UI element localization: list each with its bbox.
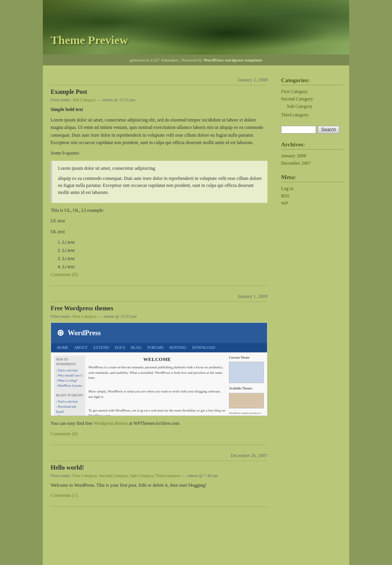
- post-author-2: admin @ 12:33 pm: [104, 314, 137, 319]
- sidebar-item-rss: RSS: [281, 193, 343, 199]
- list-item: Li text: [62, 263, 267, 271]
- wordpress-link[interactable]: WordPress: [204, 58, 224, 62]
- archive-link-dec[interactable]: December 2007: [281, 160, 311, 166]
- list-item: Li text: [62, 255, 267, 262]
- ul-ol-label: This is UL, OL, LI example:: [51, 207, 267, 214]
- footer-bar: generiert in 0.327 Sekunden. | Powered b…: [43, 55, 349, 65]
- search-form: Search: [281, 126, 343, 134]
- sidebar-archives: Archives: January 2008 December 2007: [281, 141, 343, 166]
- post-title-link-1[interactable]: Example Post: [51, 88, 87, 95]
- post-author-3: admin @ 7:46 pm: [187, 473, 218, 478]
- archives-list: January 2008 December 2007: [281, 153, 343, 166]
- post-cat-link-3d[interactable]: Third category: [155, 473, 181, 478]
- category-link-first[interactable]: First Category: [281, 89, 308, 94]
- post-cat-link-3a[interactable]: First Category: [72, 473, 97, 478]
- post-meta-1: Filed under: Sub Category — admin @ 12:3…: [51, 97, 267, 102]
- post-title-1: Example Post: [51, 88, 267, 95]
- sidebar-item-sub-category: Sub Category: [281, 103, 343, 109]
- sidebar-item-first-category: First Category: [281, 88, 343, 95]
- search-input[interactable]: [281, 126, 316, 134]
- post-paragraph-1: Lorem ipsum dolor sit amet, consectetur …: [51, 116, 267, 146]
- ul-text: UL text: [51, 217, 267, 225]
- meta-title: Meta:: [281, 174, 343, 182]
- post-content-2: ⊛ WordPress HOMEABOUTEXTENDDOCSBLOGFORUM…: [51, 322, 267, 427]
- categories-title: Categories:: [281, 77, 343, 85]
- wp-screenshot-header: ⊛ WordPress: [51, 323, 267, 343]
- wordpress-themes-link[interactable]: Wordpress themes: [93, 421, 128, 426]
- blockquote: Lorem ipsum dolor sit amet, consectetur …: [51, 161, 267, 203]
- post-title-link-3[interactable]: Hello world!: [51, 464, 84, 471]
- categories-list: First Category Second Category Sub Categ…: [281, 88, 343, 118]
- post-date-1: January 2, 2008: [51, 77, 267, 85]
- sidebar-search: Search: [281, 126, 343, 134]
- meta-wp-link[interactable]: WP: [281, 201, 288, 206]
- bold-heading: Simple bold text: [51, 107, 83, 112]
- post-wordpress-themes: January 1, 2008 Free Wordpress themes Fi…: [51, 294, 267, 445]
- list-item: Li text: [62, 247, 267, 254]
- sidebar-categories: Categories: First Category Second Catego…: [281, 77, 343, 118]
- post-title-link-2[interactable]: Free Wordpress themes: [51, 305, 113, 312]
- bquote-label: Some b-quotes:: [51, 150, 267, 157]
- post-title-2: Free Wordpress themes: [51, 305, 267, 312]
- site-title: Theme Preview: [51, 33, 128, 47]
- post-category-link-2[interactable]: First Category: [72, 314, 97, 319]
- post-title-3: Hello world!: [51, 464, 267, 471]
- post-body-text-2: You can easy find free Wordpress themes …: [51, 420, 267, 427]
- blockquote-text-1: Lorem ipsum dolor sit amet, consectetur …: [58, 165, 262, 172]
- archive-link-jan[interactable]: January 2008: [281, 153, 306, 158]
- post-author-1: admin @ 12:35 pm: [102, 97, 135, 102]
- meta-list: Log in RSS WP: [281, 185, 343, 206]
- comments-link-1[interactable]: Comments (0): [51, 272, 77, 277]
- ol-text: OL text: [51, 228, 267, 236]
- category-link-sub[interactable]: Sub Category: [287, 104, 313, 109]
- wp-screenshot: ⊛ WordPress HOMEABOUTEXTENDDOCSBLOGFORUM…: [51, 322, 267, 416]
- comments-link-2[interactable]: Comments (0): [51, 431, 77, 437]
- wp-main-sim: WELCOME WordPress is a state-of-the-art …: [88, 356, 226, 416]
- wp-nav: HOMEABOUTEXTENDDOCSBLOGFORUMSHOSTINGDOWN…: [51, 343, 267, 352]
- wp-wordmark: WordPress: [68, 327, 101, 339]
- sidebar-item-jan-2008: January 2008: [281, 153, 343, 159]
- sidebar-item-third-category: Third category: [281, 112, 343, 118]
- post-cat-link-3b[interactable]: Second Category: [99, 473, 128, 478]
- post-example: January 2, 2008 Example Post Filed under…: [51, 77, 267, 286]
- sidebar: Categories: First Category Second Catego…: [275, 73, 349, 518]
- post-content-1: Simple bold text Lorem ipsum dolor sit a…: [51, 106, 267, 271]
- post-content-3: Welcome to WordPress. This is your first…: [51, 482, 267, 489]
- post-category-link-1[interactable]: Sub Category: [72, 97, 96, 102]
- meta-login-link[interactable]: Log in: [281, 186, 294, 191]
- main-wrapper: January 2, 2008 Example Post Filed under…: [43, 65, 349, 565]
- post-body-3: Welcome to WordPress. This is your first…: [51, 482, 267, 489]
- sidebar-item-login: Log in: [281, 185, 343, 192]
- category-link-third[interactable]: Third category: [281, 112, 309, 118]
- blockquote-text-2: aliquip ex ea commodo consequat. Duis au…: [58, 175, 262, 196]
- templates-link[interactable]: wordpress templates: [225, 58, 262, 62]
- wp-logo-icon: ⊛: [57, 326, 64, 340]
- category-link-second[interactable]: Second Category: [281, 96, 313, 102]
- main-content: January 2, 2008 Example Post Filed under…: [43, 73, 275, 518]
- sidebar-item-second-category: Second Category: [281, 96, 343, 102]
- list-item: Li text: [62, 239, 267, 246]
- sidebar-meta: Meta: Log in RSS WP: [281, 174, 343, 206]
- wp-sidebar-sim: NEW TO WORDPRESS? › Find a web host › Wh…: [54, 356, 85, 416]
- comments-link-3[interactable]: Comments (1): [51, 493, 77, 498]
- post-cat-link-3c[interactable]: Sub Category: [130, 473, 153, 478]
- post-date-3: December 26, 2007: [51, 453, 267, 461]
- search-button[interactable]: Search: [318, 126, 339, 134]
- post-meta-2: Filed under: First Category — admin @ 12…: [51, 314, 267, 319]
- sidebar-item-dec-2007: December 2007: [281, 160, 343, 166]
- sidebar-item-wp: WP: [281, 200, 343, 206]
- meta-rss-link[interactable]: RSS: [281, 193, 289, 199]
- post-hello-world: December 26, 2007 Hello world! Filed und…: [51, 453, 267, 507]
- site-header: Theme Preview: [43, 0, 349, 55]
- content-wrapper: January 2, 2008 Example Post Filed under…: [43, 65, 349, 526]
- wp-body: NEW TO WORDPRESS? › Find a web host › Wh…: [51, 352, 267, 416]
- post-date-2: January 1, 2008: [51, 294, 267, 302]
- archives-title: Archives:: [281, 141, 343, 150]
- wp-right-sim: Current Theme Available Themes WordPress…: [229, 356, 264, 416]
- post-meta-3: Filed under: First Category, Second Cate…: [51, 473, 267, 478]
